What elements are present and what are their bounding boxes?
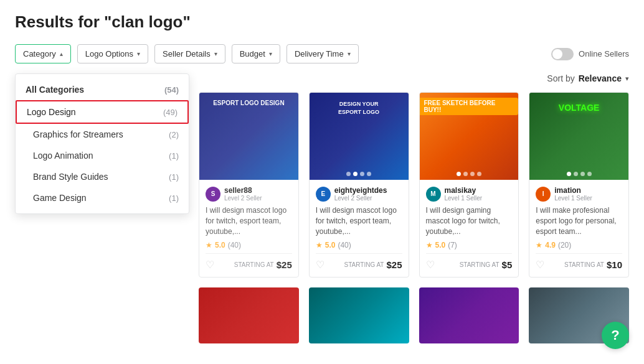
avatar-0: S	[206, 187, 220, 202]
card-body-2: M malsikay Level 1 Seller I will design …	[420, 180, 519, 277]
card-image-0: ESPORT LOGO DESIGN	[199, 93, 298, 180]
seller-row-1: E eightyeightdes Level 2 Seller	[316, 186, 402, 202]
bottom-card-0	[199, 287, 299, 343]
heart-button-1[interactable]: ♡	[316, 259, 324, 271]
chevron-down-icon: ▾	[348, 50, 351, 57]
star-icon-1: ★	[316, 241, 323, 250]
card-image-2: FREE SKETCH BEFORE BUY!!	[420, 93, 519, 180]
sort-bar: Sort by Relevance ▾	[199, 73, 629, 83]
card-body-0: S seller88 Level 2 Seller I will design …	[199, 180, 298, 277]
online-sellers-switch[interactable]	[551, 48, 574, 60]
chevron-down-icon: ▾	[137, 50, 140, 57]
avatar-3: I	[536, 187, 551, 202]
chevron-up-icon: ▴	[60, 50, 63, 57]
filter-category[interactable]: Category ▴	[15, 44, 71, 63]
dropdown-item-graphics-streamers[interactable]: Graphics for Streamers (2)	[16, 124, 189, 145]
online-sellers-toggle: Online Sellers	[551, 48, 629, 60]
seller-row-2: M malsikay Level 1 Seller	[426, 186, 513, 202]
category-dropdown: All Categories (54) Logo Design (49) Gra…	[15, 73, 189, 214]
page-title: Results for "clan logo"	[15, 12, 629, 32]
toggle-knob	[552, 49, 562, 59]
star-icon-2: ★	[426, 241, 433, 250]
chevron-down-icon: ▾	[269, 50, 272, 57]
question-icon: ?	[611, 327, 619, 343]
sort-chevron-icon: ▾	[625, 75, 629, 83]
avatar-2: M	[426, 187, 441, 202]
card-footer-3: ♡ STARTING AT $10	[536, 253, 622, 271]
card-badge-2: FREE SKETCH BEFORE BUY!!	[420, 98, 519, 115]
page-wrapper: Results for "clan logo" Category ▴ Logo …	[0, 0, 644, 364]
card-3: VOLTAGE I imation	[529, 92, 629, 278]
card-dots-3	[567, 172, 592, 176]
seller-row-0: S seller88 Level 2 Seller	[206, 186, 292, 202]
filter-budget[interactable]: Budget ▾	[232, 44, 280, 63]
filter-delivery-time[interactable]: Delivery Time ▾	[286, 44, 359, 63]
card-1: DESIGN YOURESPORT LOGO E eightyeig	[309, 92, 409, 278]
chevron-down-icon: ▾	[214, 50, 217, 57]
card-body-3: I imation Level 1 Seller I will make pro…	[529, 180, 628, 277]
bottom-card-1	[309, 287, 409, 343]
help-button[interactable]: ?	[602, 322, 629, 349]
star-icon-0: ★	[206, 241, 212, 250]
filter-logo-options[interactable]: Logo Options ▾	[77, 44, 148, 63]
card-dots-1	[346, 172, 371, 176]
heart-button-0[interactable]: ♡	[206, 259, 214, 271]
card-2: FREE SKETCH BEFORE BUY!! M malsika	[419, 92, 519, 278]
card-body-1: E eightyeightdes Level 2 Seller I will d…	[310, 180, 409, 277]
seller-row-3: I imation Level 1 Seller	[536, 186, 622, 202]
card-footer-2: ♡ STARTING AT $5	[426, 253, 513, 271]
dropdown-item-logo-animation[interactable]: Logo Animation (1)	[16, 145, 189, 166]
bottom-grid	[199, 287, 629, 343]
card-footer-1: ♡ STARTING AT $25	[316, 253, 402, 271]
dropdown-item-game-design[interactable]: Game Design (1)	[16, 187, 189, 208]
heart-button-2[interactable]: ♡	[426, 259, 435, 271]
bottom-card-2	[419, 287, 519, 343]
avatar-1: E	[316, 187, 331, 202]
filter-seller-details[interactable]: Seller Details ▾	[154, 44, 225, 63]
card-dots-2	[457, 172, 481, 176]
card-footer-0: ♡ STARTING AT $25	[206, 253, 292, 271]
filters-row: Category ▴ Logo Options ▾ Seller Details…	[15, 44, 629, 63]
card-image-1: DESIGN YOURESPORT LOGO	[310, 93, 409, 180]
heart-button-3[interactable]: ♡	[536, 259, 544, 271]
dropdown-item-logo-design[interactable]: Logo Design (49)	[16, 100, 189, 124]
star-icon-3: ★	[536, 241, 542, 250]
dropdown-item-all-categories[interactable]: All Categories (54)	[16, 79, 189, 100]
results-area: Sort by Relevance ▾ ESPORT LOGO DESIGN S	[199, 73, 629, 343]
main-area: All Categories (54) Logo Design (49) Gra…	[15, 73, 629, 343]
online-sellers-label: Online Sellers	[579, 49, 629, 58]
dropdown-item-brand-style[interactable]: Brand Style Guides (1)	[16, 166, 189, 187]
results-grid: ESPORT LOGO DESIGN S seller88 Level 2 Se…	[199, 92, 629, 278]
card-0: ESPORT LOGO DESIGN S seller88 Level 2 Se…	[199, 92, 299, 278]
card-image-3: VOLTAGE	[529, 93, 628, 180]
sort-value[interactable]: Relevance	[579, 73, 622, 83]
